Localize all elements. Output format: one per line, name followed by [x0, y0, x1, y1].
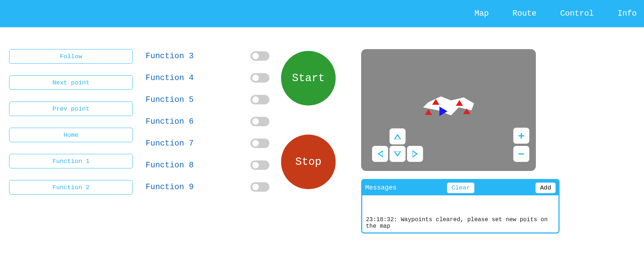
- stop-button[interactable]: Stop: [281, 135, 336, 189]
- messages-panel: Messages Clear Add 23:18:32: Waypoints c…: [361, 179, 560, 234]
- top-nav: Map Route Control Info: [0, 0, 644, 27]
- toggle-function-7[interactable]: [250, 139, 269, 148]
- zoom-out-button[interactable]: −: [513, 146, 529, 162]
- waypoint-marker-icon: [432, 99, 439, 105]
- toggle-function-3[interactable]: [250, 51, 269, 61]
- robot-pose-icon: [439, 107, 447, 116]
- log-entry: 23:18:32: Waypoints cleared, please set …: [366, 216, 555, 230]
- toggles-column: Function 3 Function 4 Function 5 Functio…: [146, 49, 269, 234]
- toggle-function-9[interactable]: [250, 182, 269, 192]
- zoom-in-button[interactable]: +: [513, 128, 529, 144]
- arrow-right-icon: [412, 150, 418, 158]
- nav-route[interactable]: Route: [513, 9, 537, 18]
- messages-clear-button[interactable]: Clear: [447, 183, 474, 193]
- next-point-button[interactable]: Next point: [9, 75, 133, 90]
- pan-up-button[interactable]: [390, 128, 406, 144]
- waypoint-marker-icon: [456, 100, 463, 106]
- start-stop-column: Start Stop: [281, 49, 336, 234]
- toggle-function-4[interactable]: [250, 73, 269, 83]
- start-button[interactable]: Start: [281, 51, 336, 105]
- action-buttons-column: Follow Next point Prev point Home Functi…: [9, 49, 133, 234]
- toggle-label: Function 9: [146, 183, 194, 192]
- messages-header: Messages Clear Add: [362, 180, 558, 195]
- toggle-row-function-3: Function 3: [146, 51, 269, 61]
- toggle-label: Function 4: [146, 73, 194, 83]
- function-2-button[interactable]: Function 2: [9, 180, 133, 195]
- toggle-function-6[interactable]: [250, 117, 269, 126]
- waypoint-marker-icon: [463, 108, 470, 114]
- map-pan-dpad: [372, 128, 423, 162]
- messages-add-button[interactable]: Add: [536, 183, 556, 193]
- nav-map[interactable]: Map: [474, 9, 489, 18]
- messages-title: Messages: [365, 184, 396, 191]
- toggle-row-function-5: Function 5: [146, 95, 269, 104]
- toggle-label: Function 3: [146, 52, 194, 61]
- nav-control[interactable]: Control: [560, 9, 594, 18]
- toggle-label: Function 6: [146, 117, 194, 126]
- arrow-up-icon: [394, 134, 401, 139]
- toggle-function-8[interactable]: [250, 160, 269, 170]
- home-button[interactable]: Home: [9, 128, 133, 142]
- pan-down-button[interactable]: [390, 146, 406, 162]
- toggle-row-function-4: Function 4: [146, 73, 269, 83]
- toggle-row-function-7: Function 7: [146, 139, 269, 148]
- arrow-down-icon: [394, 151, 401, 157]
- function-1-button[interactable]: Function 1: [9, 154, 133, 168]
- toggle-label: Function 8: [146, 161, 194, 170]
- map-view[interactable]: + −: [361, 49, 536, 171]
- map-zoom-controls: + −: [513, 128, 529, 162]
- arrow-left-icon: [378, 150, 383, 158]
- toggle-function-5[interactable]: [250, 95, 269, 104]
- nav-info[interactable]: Info: [617, 9, 637, 18]
- waypoint-marker-icon: [425, 109, 432, 115]
- plus-icon: +: [518, 130, 525, 141]
- toggle-label: Function 7: [146, 139, 194, 148]
- toggle-label: Function 5: [146, 95, 194, 104]
- pan-left-button[interactable]: [372, 146, 388, 162]
- follow-button[interactable]: Follow: [9, 49, 133, 64]
- toggle-row-function-9: Function 9: [146, 182, 269, 192]
- minus-icon: −: [518, 148, 525, 159]
- prev-point-button[interactable]: Prev point: [9, 101, 133, 116]
- pan-right-button[interactable]: [407, 146, 423, 162]
- toggle-row-function-8: Function 8: [146, 160, 269, 170]
- toggle-row-function-6: Function 6: [146, 117, 269, 126]
- messages-log: 23:18:32: Waypoints cleared, please set …: [362, 195, 558, 232]
